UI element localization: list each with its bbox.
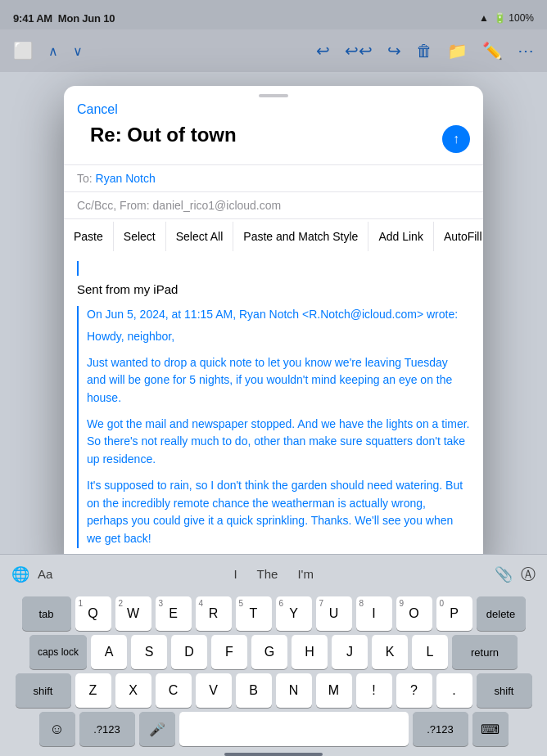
key-delete[interactable]: delete	[477, 596, 526, 631]
up-icon[interactable]: ∧	[48, 43, 58, 59]
key-shift-left[interactable]: shift	[16, 673, 71, 708]
key-o[interactable]: 9O	[396, 596, 432, 631]
attachment-icon[interactable]: 📎	[495, 565, 513, 583]
key-b[interactable]: B	[236, 673, 272, 708]
header-title-row: Re: Out of town ↑	[64, 124, 483, 164]
key-r[interactable]: 4R	[196, 596, 232, 631]
key-t[interactable]: 5T	[236, 596, 272, 631]
paste-button[interactable]: Paste	[64, 222, 114, 251]
key-k[interactable]: K	[372, 635, 408, 669]
cc-field-row: Cc/Bcc, From: daniel_rico1@icloud.com	[64, 191, 483, 218]
quoted-email: On Jun 5, 2024, at 11:15 AM, Ryan Notch …	[77, 306, 470, 548]
key-l[interactable]: L	[412, 635, 448, 669]
key-emoji[interactable]: ☺	[39, 712, 75, 746]
key-num1[interactable]: .?123	[79, 712, 135, 746]
key-caps-lock[interactable]: caps lock	[29, 635, 87, 669]
key-f[interactable]: F	[211, 635, 247, 669]
cancel-button[interactable]: Cancel	[77, 102, 118, 117]
predictive-word2[interactable]: The	[257, 567, 278, 581]
key-n[interactable]: N	[276, 673, 312, 708]
reply-icon[interactable]: ↩	[316, 41, 330, 61]
select-all-button[interactable]: Select All	[166, 222, 234, 251]
add-link-button[interactable]: Add Link	[368, 222, 433, 251]
key-exclaim[interactable]: !	[356, 673, 392, 708]
kb-toolbar-right: 📎 Ⓐ	[495, 565, 536, 584]
home-bar	[224, 753, 323, 756]
battery-icon: 🔋 100%	[494, 12, 534, 24]
quote-para1: Howdy, neighbor,	[87, 328, 470, 346]
predictive-word1[interactable]: I	[233, 567, 237, 581]
keyboard-area: 🌐 Aa I The I'm 📎 Ⓐ tab 1Q 2W 3E 4R 5T 6Y…	[0, 554, 547, 756]
top-toolbar: ⬜ ∧ ∨ ↩ ↩↩ ↪ 🗑 📁 ✏️ ⋯	[0, 29, 547, 72]
select-button[interactable]: Select	[114, 222, 166, 251]
scribble-icon[interactable]: Ⓐ	[521, 565, 536, 584]
key-u[interactable]: 7U	[316, 596, 352, 631]
reply-all-icon[interactable]: ↩↩	[345, 41, 373, 61]
toolbar-right: ↩ ↩↩ ↪ 🗑 📁 ✏️ ⋯	[316, 41, 534, 61]
quote-header: On Jun 5, 2024, at 11:15 AM, Ryan Notch …	[87, 306, 470, 323]
key-z[interactable]: Z	[75, 673, 111, 708]
email-body[interactable]: Sent from my iPad On Jun 5, 2024, at 11:…	[64, 253, 483, 569]
status-bar: 9:41 AM Mon Jun 10 ▲ 🔋 100%	[0, 0, 547, 29]
keyboard-row-bottom: ☺ .?123 🎤 .?123 ⌨	[3, 712, 544, 749]
key-mic[interactable]: 🎤	[139, 712, 175, 746]
more-icon[interactable]: ⋯	[518, 41, 534, 61]
predictive-word3[interactable]: I'm	[297, 567, 314, 581]
compose-modal: Cancel Re: Out of town ↑ To: Ryan Notch …	[64, 86, 483, 569]
key-s[interactable]: S	[131, 635, 167, 669]
autofill-button[interactable]: AutoFill	[434, 222, 483, 251]
compose-icon[interactable]: ✏️	[482, 41, 503, 61]
keyboard-row-3: shift Z X C V B N M ! ? . shift	[3, 673, 544, 708]
down-icon[interactable]: ∨	[73, 43, 83, 59]
text-cursor	[77, 261, 79, 276]
keyboard-row-1: tab 1Q 2W 3E 4R 5T 6Y 7U 8I 9O 0P delete	[3, 596, 544, 631]
paste-match-button[interactable]: Paste and Match Style	[233, 222, 368, 251]
key-question[interactable]: ?	[396, 673, 432, 708]
key-q[interactable]: 1Q	[75, 596, 111, 631]
folder-icon[interactable]: 📁	[447, 41, 468, 61]
toolbar-left: ⬜ ∧ ∨	[13, 41, 83, 61]
key-d[interactable]: D	[171, 635, 207, 669]
email-subject: Re: Out of town	[77, 124, 434, 155]
forward-icon[interactable]: ↪	[387, 41, 401, 61]
quote-para3: We got the mail and newspaper stopped. A…	[87, 416, 470, 469]
key-m[interactable]: M	[316, 673, 352, 708]
status-icons: ▲ 🔋 100%	[479, 12, 534, 24]
keyboard-rows: tab 1Q 2W 3E 4R 5T 6Y 7U 8I 9O 0P delete…	[0, 593, 547, 751]
key-shift-right[interactable]: shift	[477, 673, 532, 708]
trash-icon[interactable]: 🗑	[416, 42, 432, 61]
wifi-icon: ▲	[479, 12, 489, 24]
key-a[interactable]: A	[91, 635, 127, 669]
key-e[interactable]: 3E	[156, 596, 192, 631]
from-value: daniel_rico1@icloud.com	[153, 199, 282, 212]
key-y[interactable]: 6Y	[276, 596, 312, 631]
key-keyboard-hide[interactable]: ⌨	[472, 712, 509, 746]
key-period[interactable]: .	[436, 673, 472, 708]
context-toolbar: Paste Select Select All Paste and Match …	[64, 218, 483, 253]
key-i[interactable]: 8I	[356, 596, 392, 631]
key-x[interactable]: X	[115, 673, 151, 708]
key-p[interactable]: 0P	[436, 596, 472, 631]
send-button[interactable]: ↑	[442, 125, 470, 153]
kb-font-icon[interactable]: 🌐	[11, 565, 29, 583]
kb-aa-icon[interactable]: Aa	[38, 567, 52, 581]
keyboard-toolbar: 🌐 Aa I The I'm 📎 Ⓐ	[0, 554, 547, 593]
key-g[interactable]: G	[251, 635, 287, 669]
key-j[interactable]: J	[332, 635, 368, 669]
key-h[interactable]: H	[292, 635, 328, 669]
key-c[interactable]: C	[156, 673, 192, 708]
key-w[interactable]: 2W	[115, 596, 151, 631]
key-return[interactable]: return	[452, 635, 518, 669]
key-num2[interactable]: .?123	[413, 712, 468, 746]
sidebar-icon[interactable]: ⬜	[13, 41, 34, 61]
key-v[interactable]: V	[196, 673, 232, 708]
kb-toolbar-left: 🌐 Aa	[11, 565, 52, 583]
modal-header: Cancel	[64, 102, 483, 124]
keyboard-row-2: caps lock A S D F G H J K L return	[3, 635, 544, 669]
to-value[interactable]: Ryan Notch	[96, 172, 156, 185]
quote-para2: Just wanted to drop a quick note to let …	[87, 354, 470, 407]
key-tab[interactable]: tab	[22, 596, 71, 631]
key-space[interactable]	[179, 712, 409, 746]
to-label: To:	[77, 172, 93, 185]
handle-bar	[259, 94, 288, 97]
